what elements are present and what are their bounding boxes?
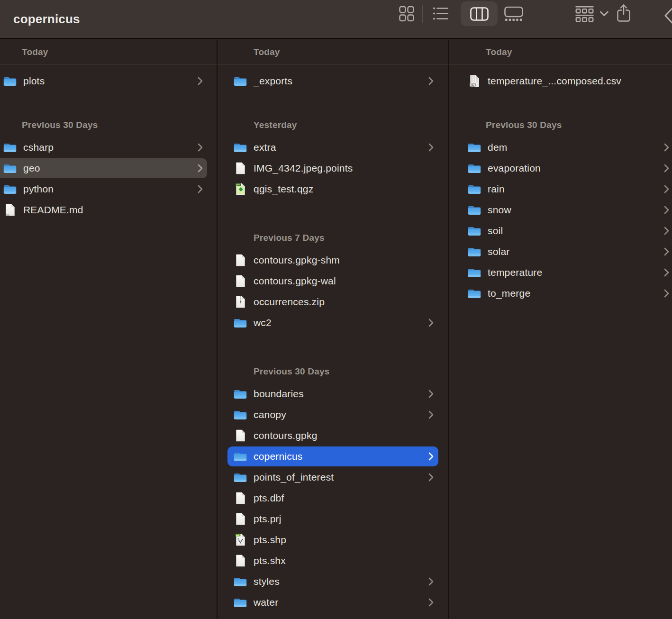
chevron-right-icon [428,410,434,419]
item-pts-prj[interactable]: pts.prj [218,509,448,529]
item-rain[interactable]: rain [449,179,672,200]
partial-chevron-icon [663,6,672,26]
item-temperature-composed-csv[interactable]: CSVtemperature_...composed.csv [449,71,672,91]
item-points-of-interest[interactable]: points_of_interest [218,467,448,488]
item-label: wc2 [254,317,272,328]
item-readme-md[interactable]: MDREADME.md [0,200,217,220]
folder-icon [233,574,247,589]
item-evaporation[interactable]: evaporation [449,158,672,179]
item-exports[interactable]: _exports [218,71,448,91]
chevron-right-icon [428,390,434,398]
section-header: Previous 7 Days [218,233,448,243]
document-icon [233,491,247,506]
chevron-right-icon [428,77,434,85]
zip-file-icon [233,294,247,310]
section-header: Today [0,47,217,57]
item-pts-shp[interactable]: SHPpts.shp [218,529,448,550]
item-label: contours.gpkg-wal [254,275,336,287]
item-label: qgis_test.qgz [254,183,313,195]
svg-text:QGZ: QGZ [236,184,240,186]
list-view-button[interactable] [433,7,449,20]
grid-icon [399,6,414,22]
section-previous-30-days: Previous 30 Daysdemevaporationrainsnowso… [449,120,672,304]
item-solar[interactable]: solar [449,241,672,262]
item-to-merge[interactable]: to_merge [449,283,672,304]
svg-text:CSV: CSV [470,84,474,86]
section-previous-30-days: Previous 30 DayscsharpgeopythonMDREADME.… [0,120,217,220]
folder-icon [467,161,481,176]
item-img-4342-jpeg-points[interactable]: IMG_4342.jpeg.points [218,158,448,179]
item-geo[interactable]: geo [0,158,217,179]
column-1: TodayplotsPrevious 30 Dayscsharpgeopytho… [0,40,218,619]
section-divider [449,64,672,64]
item-label: csharp [23,142,54,153]
item-label: contours.gpkg [254,430,318,441]
item-label: soil [488,225,503,237]
svg-text:SHP: SHP [236,535,239,537]
item-snow[interactable]: snow [449,200,672,220]
item-copernicus[interactable]: copernicus [218,446,448,467]
item-dem[interactable]: dem [449,137,672,158]
window-title: copernicus [13,0,80,38]
folder-icon [467,286,481,301]
item-label: temperature_...composed.csv [488,75,621,87]
chevron-right-icon [198,164,203,173]
item-contours-gpkg[interactable]: contours.gpkg [218,425,448,446]
gallery-icon [504,7,523,21]
folder-icon [3,140,17,155]
item-contours-gpkg-wal[interactable]: contours.gpkg-wal [218,271,448,291]
column-view-button[interactable] [461,1,498,26]
item-occurrences-zip[interactable]: occurrences.zip [218,291,448,312]
document-icon [233,511,247,527]
folder-icon [233,315,247,330]
chevron-right-icon [664,227,669,235]
edge-button[interactable] [663,6,672,26]
item-qgis-test-qgz[interactable]: QGZqgis_test.qgz [218,179,448,200]
icon-view-button[interactable] [399,6,414,22]
gallery-view-button[interactable] [504,7,523,21]
item-contours-gpkg-shm[interactable]: contours.gpkg-shm [218,250,448,271]
item-pts-dbf[interactable]: pts.dbf [218,488,448,509]
item-plots[interactable]: plots [0,71,217,91]
qgis-project-icon: QGZ [233,182,247,197]
item-label: evaporation [488,163,541,174]
item-label: IMG_4342.jpeg.points [254,163,353,174]
section-header: Previous 30 Days [449,120,672,130]
share-button[interactable] [617,4,631,23]
item-pts-shx[interactable]: pts.shx [218,550,448,571]
item-water[interactable]: water [218,592,448,613]
item-wc2[interactable]: wc2 [218,312,448,333]
chevron-right-icon [664,268,669,277]
item-label: extra [254,142,276,153]
item-label: README.md [23,204,83,216]
item-extra[interactable]: extra [218,137,448,158]
item-soil[interactable]: soil [449,220,672,241]
item-temperature[interactable]: temperature [449,262,672,283]
section-header: Yesterday [218,120,448,130]
item-label: python [23,183,54,195]
svg-text:MD: MD [6,214,9,216]
item-label: geo [23,163,40,174]
chevron-right-icon [664,247,669,256]
item-label: temperature [488,267,542,278]
column-3: TodayCSVtemperature_...composed.csvPrevi… [449,40,672,619]
item-label: points_of_interest [254,472,334,483]
item-label: solar [488,246,510,257]
item-csharp[interactable]: csharp [0,137,217,158]
toolbar-separator [422,5,423,23]
item-label: pts.dbf [254,492,284,504]
item-python[interactable]: python [0,179,217,200]
section-previous-7-days: Previous 7 Dayscontours.gpkg-shmcontours… [218,233,448,333]
folder-icon [3,73,17,89]
column-2: Today_exportsYesterdayextraIMG_4342.jpeg… [218,40,449,619]
chevron-right-icon [664,164,669,173]
chevron-right-icon [664,206,669,214]
item-canopy[interactable]: canopy [218,404,448,425]
section-yesterday: YesterdayextraIMG_4342.jpeg.pointsQGZqgi… [218,120,448,200]
item-styles[interactable]: styles [218,571,448,592]
folder-icon [233,140,247,155]
group-by-button[interactable] [575,6,609,22]
item-boundaries[interactable]: boundaries [218,383,448,404]
section-header: Previous 30 Days [0,120,217,130]
item-label: pts.shp [254,534,286,546]
